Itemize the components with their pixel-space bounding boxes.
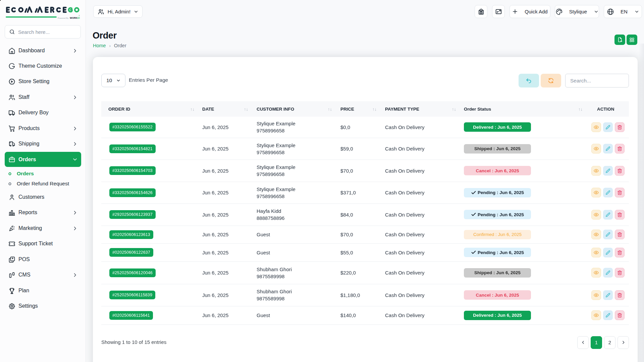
svg-text:Powered By: Powered By bbox=[58, 17, 68, 19]
svg-text:WORKDO: WORKDO bbox=[70, 16, 80, 19]
svg-text:®: ® bbox=[79, 15, 80, 17]
